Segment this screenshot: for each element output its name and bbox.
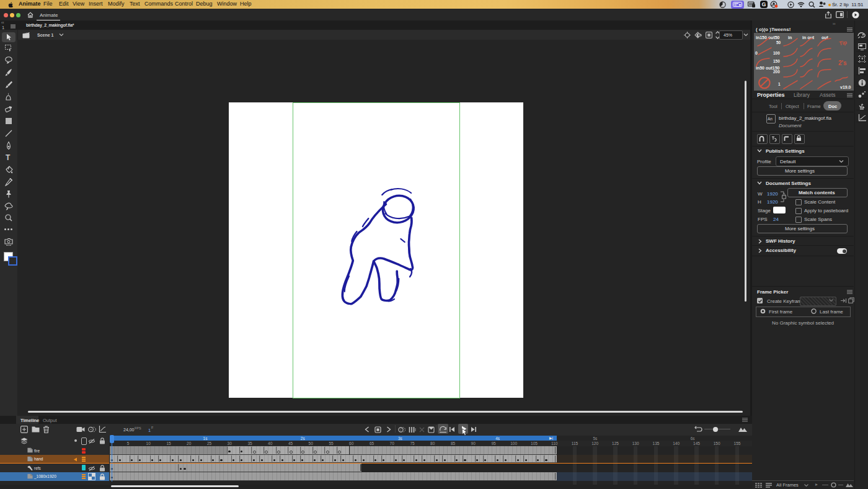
svg-text:2's: 2's <box>838 60 847 66</box>
svg-text:100: 100 <box>773 51 780 55</box>
svg-text:in: in <box>788 35 792 40</box>
svg-text:150: 150 <box>773 59 780 63</box>
svg-text:50: 50 <box>776 40 781 45</box>
svg-text:v19.0: v19.0 <box>840 85 851 89</box>
svg-text:200: 200 <box>773 70 780 74</box>
svg-text:Tip: Tip <box>839 39 848 47</box>
svg-text:1: 1 <box>778 82 781 86</box>
svg-text:0: 0 <box>755 51 758 55</box>
svg-text:in out: in out <box>802 35 815 40</box>
